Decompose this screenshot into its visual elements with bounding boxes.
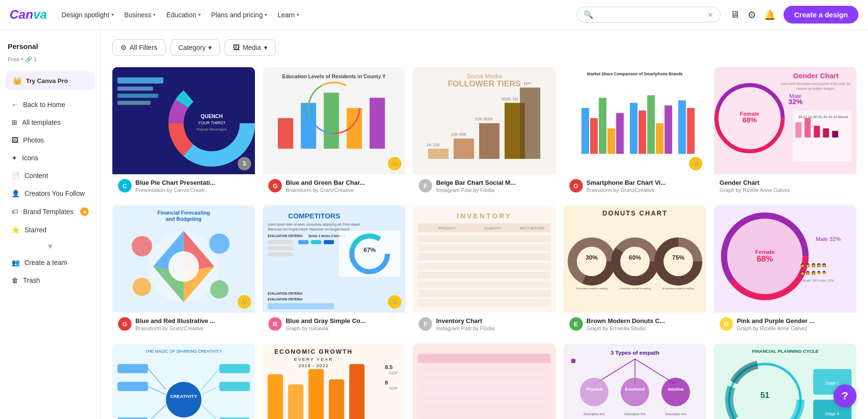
all-filters-button[interactable]: ⚙ All Filters <box>112 39 166 56</box>
card-thumbnail: Gender Chart Add a brief description and… <box>714 67 856 174</box>
media-filter-button[interactable]: 🖼 Media ▾ <box>225 39 275 56</box>
svg-point-76 <box>210 280 229 299</box>
svg-rect-50 <box>687 108 694 154</box>
photo-icon: 🖼 <box>12 136 18 144</box>
card-subtitle: Instagram Post by Flodia <box>436 187 515 193</box>
svg-rect-169 <box>418 375 551 383</box>
create-design-button[interactable]: Create a design <box>784 6 858 24</box>
svg-rect-27 <box>454 139 474 159</box>
sidebar-item-creators-you-follow[interactable]: 👤 Creators You Follow <box>4 185 96 202</box>
main-content: ⚙ All Filters Category ▾ 🖼 Media ▾ <box>101 30 868 419</box>
canva-logo[interactable]: Canva <box>10 7 47 22</box>
chevron-down-icon: ▾ <box>153 12 156 17</box>
svg-rect-167 <box>418 354 551 363</box>
svg-rect-143 <box>219 382 250 391</box>
nav-design-spotlight[interactable]: Design spotlight ▾ <box>57 8 119 22</box>
sidebar-personal: Personal <box>0 37 100 55</box>
clear-icon[interactable]: ✕ <box>708 11 713 19</box>
nav-education[interactable]: Education ▾ <box>161 8 205 22</box>
template-card-smartphone-bar[interactable]: Market Share Comparison of Smartphone Br… <box>564 67 706 198</box>
svg-text:BEST BEFORE: BEST BEFORE <box>520 226 545 230</box>
template-card-blue-gray-simple[interactable]: COMPETITORS Lorem ipsum dolor sit amet, … <box>263 205 405 336</box>
settings-icon[interactable]: ⚙ <box>747 9 756 21</box>
svg-text:67%: 67% <box>363 246 375 253</box>
template-card-pink-purple-gender[interactable]: Female 68% Male 32% 👩 👩 👩 👩 👩 👩 👩 👩 👨 👨 … <box>714 205 856 336</box>
svg-text:👩 👩 👩 👩 👩: 👩 👩 👩 👩 👩 <box>800 263 826 267</box>
template-card-gender[interactable]: Gender Chart Add a brief description and… <box>714 67 856 198</box>
card-title: Gender Chart <box>720 179 851 186</box>
svg-rect-39 <box>581 108 589 154</box>
sidebar-item-brand-templates[interactable]: 🏷 Brand Templates ★ <box>4 203 96 221</box>
svg-rect-85 <box>268 252 293 256</box>
sidebar-item-all-templates[interactable]: ⊞ All templates <box>4 114 96 131</box>
svg-point-183 <box>580 378 608 406</box>
sidebar-item-content[interactable]: 📄 Content <box>4 167 96 184</box>
svg-rect-48 <box>664 106 672 154</box>
template-card-economic-growth[interactable]: ECONOMIC GROWTH EVERY YEAR 2018 - 2022 8… <box>263 344 405 419</box>
svg-text:Physical: Physical <box>586 386 602 391</box>
svg-text:Gender Chart: Gender Chart <box>793 72 839 80</box>
notification-icon[interactable]: 🔔 <box>764 9 776 21</box>
template-card-inventory[interactable]: INVENTORY PRODUCT QUANTITY BEST BEFORE <box>413 205 555 336</box>
template-card-blue-green-bar[interactable]: Education Levels of Residents in County … <box>263 67 405 198</box>
card-title: Blue and Gray Simple Co... <box>286 317 365 324</box>
svg-text:900K-1M: 900K-1M <box>502 96 518 101</box>
sidebar-item-starred[interactable]: ⭐ Starred <box>4 221 96 239</box>
chevron-down-icon: ▾ <box>111 12 114 17</box>
person-icon: 👤 <box>12 190 20 197</box>
premium-badge: 👑 <box>238 295 251 309</box>
svg-text:👩 👩 👩 👨 👨: 👩 👩 👩 👨 👨 <box>800 271 826 275</box>
svg-text:3 Types of empath: 3 Types of empath <box>610 349 659 356</box>
svg-text:Stage 1: Stage 1 <box>825 381 839 385</box>
nav-plans[interactable]: Plans and pricing ▾ <box>206 8 272 22</box>
svg-rect-18 <box>370 98 385 149</box>
template-card-beige-bar[interactable]: Social Media FOLLOWER TIERS 1K-10K 10K-5… <box>413 67 555 198</box>
nav-learn[interactable]: Learn ▾ <box>273 8 304 22</box>
card-subtitle: Graph by Rizelle Anne Galvez <box>720 187 851 193</box>
back-icon: ← <box>12 101 18 108</box>
sidebar-item-icons[interactable]: ✦ Icons <box>4 149 96 167</box>
creator-avatar: R <box>268 317 282 331</box>
sidebar-item-back-to-home[interactable]: ← Back to Home <box>4 96 96 113</box>
card-title: Blue and Green Bar Char... <box>286 179 365 186</box>
svg-text:Add a brief description and pu: Add a brief description and purpose of t… <box>781 82 851 86</box>
card-subtitle: Graph by Ermedia Studio <box>587 325 665 331</box>
template-card-donuts[interactable]: DONUTS CHART 30% 60% 75% A business mode… <box>564 205 706 336</box>
card-thumbnail: ECONOMIC GROWTH EVERY YEAR 2018 - 2022 8… <box>263 344 405 419</box>
sidebar-item-create-team[interactable]: 👥 Create a team <box>4 254 96 271</box>
filter-icon: ⚙ <box>121 44 127 51</box>
header-icons: 🖥 ⚙ 🔔 <box>730 9 776 21</box>
svg-text:30%: 30% <box>585 253 597 261</box>
template-card-pink-inventory[interactable]: F Pink Inventory Chart Instagram Post by… <box>413 344 555 419</box>
creator-avatar: F <box>419 179 432 192</box>
card-info: G Blue and Green Bar Char... Brainstorm … <box>263 174 405 198</box>
svg-rect-46 <box>647 95 655 154</box>
template-card-blue-red-illustrative[interactable]: Financial Forecasting and Budgeting � <box>112 205 255 336</box>
card-info: E Brown Modern Donuts C... Graph by Erme… <box>564 312 706 336</box>
template-card-timeline-cycle[interactable]: FINANCIAL PLANNING CYCLE 51 Stage 1 Stag… <box>714 344 856 419</box>
svg-rect-106 <box>418 272 551 279</box>
svg-point-185 <box>620 378 649 406</box>
sidebar-item-trash[interactable]: 🗑 Trash <box>4 272 96 289</box>
svg-rect-40 <box>590 118 598 154</box>
svg-text:Social Media: Social Media <box>467 72 503 80</box>
template-card-blue-pie[interactable]: QUENCH YOUR THIRST Popular Beverages $ C… <box>112 67 255 198</box>
nav-business[interactable]: Business ▾ <box>120 8 161 22</box>
scroll-down-icon[interactable]: ▾ <box>0 239 100 253</box>
svg-rect-4 <box>118 101 151 105</box>
creator-avatar: G <box>569 179 583 192</box>
sidebar-item-photos[interactable]: 🖼 Photos <box>4 132 96 149</box>
monitor-icon[interactable]: 🖥 <box>730 9 740 20</box>
category-filter-button[interactable]: Category ▾ <box>170 39 220 56</box>
svg-rect-67 <box>832 131 838 138</box>
search-input[interactable]: charts <box>597 11 704 19</box>
svg-rect-88 <box>324 240 334 244</box>
help-button[interactable]: ? <box>833 384 856 407</box>
template-card-mind-map[interactable]: THE MAGIC OF SPARKING CREATIVITY CREATIV… <box>112 344 255 419</box>
svg-rect-158 <box>309 369 324 419</box>
try-canva-pro-banner[interactable]: 👑 Try Canva Pro <box>6 72 95 90</box>
template-card-empath[interactable]: 3 Types of empath Physical Emotional Int… <box>564 344 706 419</box>
card-title: Inventory Chart <box>436 317 494 324</box>
svg-text:Financial Forecasting: Financial Forecasting <box>157 210 210 215</box>
svg-point-73 <box>132 236 152 256</box>
